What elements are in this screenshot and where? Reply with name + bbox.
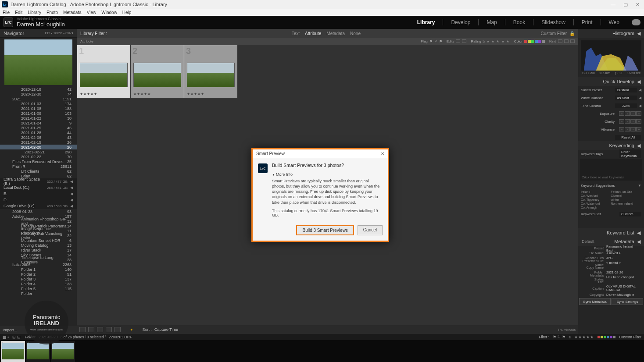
menu-photo[interactable]: Photo (47, 10, 58, 15)
folder-row[interactable]: Kilkenny Pub Vanishing Point22 (0, 233, 77, 238)
folder-row[interactable]: Folder 5115 (0, 286, 77, 291)
view-compare-icon[interactable] (97, 327, 103, 332)
folder-row[interactable]: Brian62 (0, 174, 77, 178)
grid-cell[interactable]: 2★★★★★ (131, 45, 184, 98)
folder-row[interactable]: Moving Catalog13 (0, 243, 77, 248)
qd-btn[interactable]: ‹‹ (619, 119, 624, 124)
folder-row[interactable]: 2021-01-2230 (0, 116, 77, 121)
filmstrip[interactable]: 1•••••2•••••3••••• (0, 340, 644, 362)
drive-header[interactable]: Extra Sabrent Space (B:)332 / 477 GB◀ (0, 178, 77, 185)
minimize-icon[interactable]: — (611, 2, 615, 7)
folder-row[interactable]: River Stack17 (0, 248, 77, 252)
folder-row[interactable]: Folder 251 (0, 272, 77, 277)
folder-row[interactable]: 2008-01-2893 (0, 209, 77, 214)
view-survey-icon[interactable] (106, 327, 112, 332)
folder-row[interactable]: From R25611 (0, 164, 77, 169)
module-slideshow[interactable]: Slideshow (540, 19, 566, 25)
navigator-preview[interactable] (0, 38, 77, 87)
flag-rejected-icon[interactable]: ⚑ (439, 39, 442, 43)
folder-row[interactable]: Folder 3137 (0, 277, 77, 281)
thumbnail-grid[interactable]: 1★★★★★2★★★★★3★★★★★ Smart Preview ✕ LrC B… (77, 45, 578, 325)
folder-row[interactable]: 2021-02-2270 (0, 154, 77, 159)
qd-auto-button[interactable]: Auto (615, 103, 637, 108)
cancel-button[interactable]: Cancel (358, 225, 383, 235)
menu-file[interactable]: File (3, 10, 10, 15)
close-icon[interactable]: ✕ (636, 2, 640, 7)
menu-window[interactable]: Window (101, 10, 117, 15)
folder-row[interactable]: 2021-02-0643 (0, 135, 77, 140)
module-web[interactable]: Web (608, 19, 620, 25)
keywording-header[interactable]: Keywording◀ (578, 141, 644, 150)
folder-row[interactable]: LR Clients62 (0, 169, 77, 174)
folder-row[interactable]: 2021-02-2026 (0, 145, 77, 149)
qd-btn[interactable]: ›› (636, 127, 641, 131)
keyword-list-header[interactable]: Keyword List◀ (578, 228, 644, 237)
qd-btn[interactable]: ‹ (625, 127, 630, 131)
fs-stars[interactable]: ★★★★★ (574, 335, 594, 339)
quick-develop-header[interactable]: Quick Develop◀ (578, 77, 644, 86)
module-map[interactable]: Map (486, 19, 497, 25)
fs-flag-icons[interactable]: ⚑ ⚐ ⚑ (553, 335, 565, 339)
painter-icon[interactable]: ● (130, 327, 132, 332)
keyword-suggestion[interactable]: Co. Armagh (581, 206, 610, 209)
keyword-suggestion[interactable]: Co. Wexford (581, 194, 610, 197)
meta-copyright[interactable]: Darren McLoughlin (606, 293, 641, 297)
drive-header[interactable]: F:◀ (0, 197, 77, 203)
module-library[interactable]: Library (416, 19, 436, 25)
build-previews-button[interactable]: Build 3 Smart Previews (296, 225, 354, 235)
qd-btn[interactable]: ‹‹ (619, 111, 624, 116)
drive-header[interactable]: Google Drive (G:)439 / 598 GB◀ (0, 203, 77, 209)
folder-row[interactable]: Animation Photoshop GIF and ...32 (0, 219, 77, 224)
filmstrip-cell[interactable]: 2••••• (26, 341, 50, 362)
qd-btn[interactable]: ›› (636, 119, 641, 124)
filter-lock-icon[interactable]: 🔒 (569, 31, 575, 36)
view-grid-icon[interactable] (79, 327, 86, 332)
edits-box[interactable] (456, 39, 460, 43)
folder-row[interactable]: Files From Recovered Drives25 (0, 159, 77, 164)
qd-btn[interactable]: ‹ (625, 119, 630, 124)
keyword-suggestion[interactable]: Clonmel (611, 194, 640, 197)
menu-edit[interactable]: Edit (15, 10, 22, 15)
edits-box2[interactable] (462, 39, 466, 43)
folder-row[interactable]: Mountain Sunset HDR6 (0, 238, 77, 243)
qd-saved-preset[interactable]: Custom (615, 88, 637, 92)
flag-unflagged-icon[interactable]: ⚐ (434, 39, 437, 43)
qd-wb[interactable]: As Shot (615, 96, 637, 100)
folder-row[interactable]: 2021-01-2844 (0, 130, 77, 135)
drive-header[interactable]: Local Disk (C:)265 / 451 GB◀ (0, 185, 77, 191)
menu-library[interactable]: Library (28, 10, 41, 15)
qd-btn[interactable]: ›› (636, 111, 641, 116)
fs-color-swatches[interactable] (597, 336, 615, 338)
folder-row[interactable]: Folder 4133 (0, 281, 77, 286)
filter-attribute[interactable]: Attribute (305, 31, 321, 36)
view-loupe-icon[interactable] (88, 327, 94, 332)
keyword-suggestion[interactable]: Ireland (581, 190, 610, 193)
module-print[interactable]: Print (581, 19, 594, 25)
meta-caption[interactable]: OLYMPUS DIGITAL CAMERA (606, 285, 641, 292)
fs-path[interactable]: Folder : 2021-02-20 (25, 335, 58, 339)
folder-row[interactable]: 2021-01-08188 (0, 106, 77, 111)
grid-cell[interactable]: 3★★★★★ (184, 45, 237, 98)
folder-row[interactable]: 2021-01-2546 (0, 125, 77, 130)
folder-row[interactable]: Timelapse to Long Exposure28 (0, 257, 77, 262)
fs-custom-filter[interactable]: Custom Filter (619, 335, 641, 339)
module-book[interactable]: Book (512, 19, 526, 25)
folder-row[interactable]: 2021-01-09103 (0, 111, 77, 116)
grid-cell[interactable]: 1★★★★★ (77, 45, 130, 98)
kind-box2[interactable] (564, 39, 569, 43)
qd-reset-button[interactable]: Reset All (615, 135, 641, 140)
qd-btn[interactable]: ‹ (625, 111, 630, 116)
folder-row[interactable]: 2021-01-249 (0, 121, 77, 125)
view-people-icon[interactable] (114, 327, 121, 332)
rating-stars[interactable]: ★ ★ ★ ★ ★ (487, 39, 510, 43)
kw-tags-select[interactable]: Enter Keywords (619, 149, 641, 158)
menu-help[interactable]: Help (122, 10, 132, 15)
qd-btn[interactable]: ‹‹ (619, 127, 624, 131)
maximize-icon[interactable]: ▢ (623, 2, 628, 7)
meta-folder[interactable]: 2021-02-20 (606, 270, 641, 274)
folder-row[interactable]: 2021-02-1526 (0, 140, 77, 145)
menu-metadata[interactable]: Metadata (63, 10, 82, 15)
folder-row[interactable]: 2021-01-03174 (0, 101, 77, 106)
folder-row[interactable]: 2020-12-3074 (0, 92, 77, 96)
custom-filter[interactable]: Custom Filter (541, 31, 567, 36)
